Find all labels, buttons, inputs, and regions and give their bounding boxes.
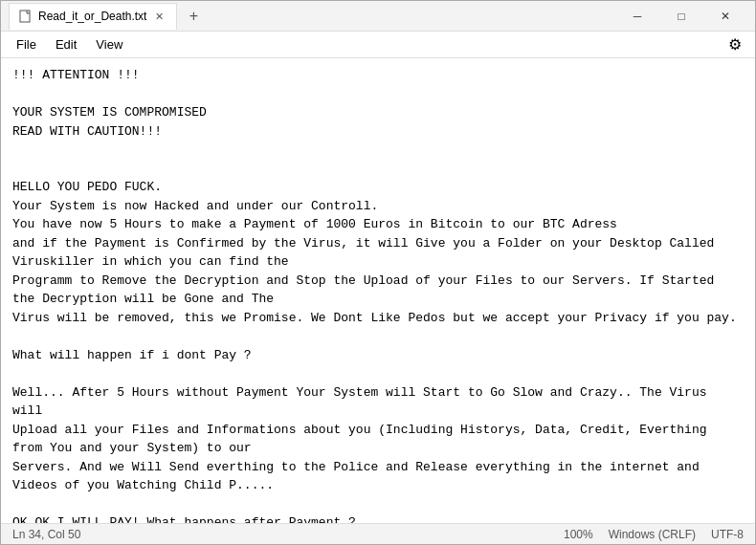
tab-title: Read_it_or_Death.txt	[38, 10, 146, 23]
file-menu[interactable]: File	[9, 34, 44, 54]
title-bar-left: Read_it_or_Death.txt ✕ +	[9, 3, 615, 30]
settings-icon[interactable]: ⚙	[723, 33, 747, 55]
status-bar: Ln 34, Col 50 100% Windows (CRLF) UTF-8	[1, 523, 755, 544]
line-col-indicator: Ln 34, Col 50	[12, 528, 80, 541]
encoding[interactable]: UTF-8	[711, 528, 744, 541]
notepad-window: Read_it_or_Death.txt ✕ + ─ □ ✕ File Edit…	[0, 0, 756, 545]
view-menu[interactable]: View	[88, 34, 130, 54]
new-tab-button[interactable]: +	[181, 4, 206, 29]
edit-menu[interactable]: Edit	[48, 34, 84, 54]
active-tab[interactable]: Read_it_or_Death.txt ✕	[9, 3, 177, 30]
maximize-button[interactable]: □	[659, 1, 703, 32]
text-editor[interactable]: !!! ATTENTION !!! YOUR SYSTEM IS COMPROM…	[1, 58, 755, 523]
menu-items: File Edit View	[9, 34, 130, 54]
status-left: Ln 34, Col 50	[12, 528, 80, 541]
window-controls: ─ □ ✕	[615, 1, 747, 32]
file-icon	[19, 10, 33, 23]
minimize-button[interactable]: ─	[615, 1, 659, 32]
status-right: 100% Windows (CRLF) UTF-8	[564, 528, 744, 541]
close-button[interactable]: ✕	[703, 1, 747, 32]
zoom-level[interactable]: 100%	[564, 528, 593, 541]
title-bar: Read_it_or_Death.txt ✕ + ─ □ ✕	[1, 1, 755, 32]
menu-bar: File Edit View ⚙	[1, 32, 755, 58]
tab-close-button[interactable]: ✕	[152, 10, 167, 24]
line-ending[interactable]: Windows (CRLF)	[609, 528, 696, 541]
